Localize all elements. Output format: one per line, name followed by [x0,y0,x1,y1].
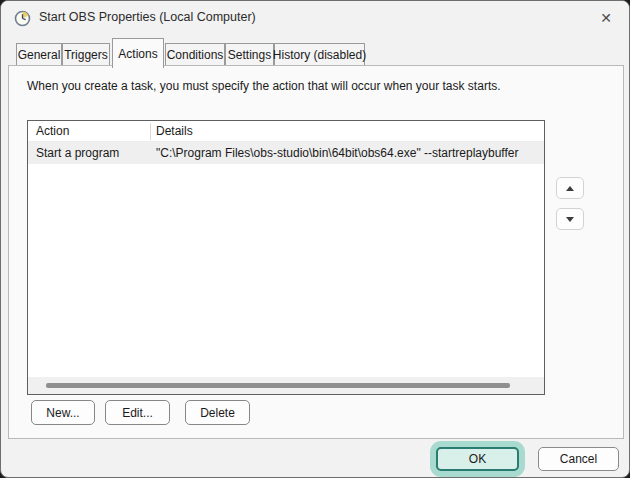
tab-label: Settings [228,48,271,62]
edit-button-label: Edit... [122,406,153,420]
cancel-button[interactable]: Cancel [538,447,619,471]
tab-label: General [18,48,61,62]
tab-label: Actions [118,47,157,61]
title-bar: Start OBS Properties (Local Computer) ✕ [1,1,629,37]
tab-general[interactable]: General [16,43,62,66]
task-properties-dialog: Start OBS Properties (Local Computer) ✕ … [0,0,630,478]
edit-button[interactable]: Edit... [105,400,170,425]
close-button[interactable]: ✕ [589,4,623,32]
column-divider[interactable] [150,123,151,140]
tab-label: History (disabled) [273,48,366,62]
horizontal-scrollbar[interactable] [28,377,544,394]
actions-tab-panel: When you create a task, you must specify… [8,65,624,439]
ok-button[interactable]: OK [436,447,519,471]
cancel-button-label: Cancel [560,452,597,466]
delete-button[interactable]: Delete [185,400,250,425]
tab-triggers[interactable]: Triggers [62,43,110,66]
cell-action: Start a program [36,146,119,160]
move-down-button[interactable] [556,208,584,230]
actions-list[interactable]: Action Details Start a program "C:\Progr… [27,120,545,395]
action-row-selected[interactable]: Start a program "C:\Program Files\obs-st… [28,142,544,164]
column-header-action[interactable]: Action [36,124,69,138]
task-scheduler-clock-icon [14,10,31,27]
scrollbar-thumb[interactable] [46,383,510,388]
delete-button-label: Delete [200,406,235,420]
tab-description-text: When you create a task, you must specify… [27,79,607,93]
tab-history[interactable]: History (disabled) [274,43,365,66]
tab-label: Conditions [167,48,224,62]
list-header: Action Details [28,121,544,142]
tab-conditions[interactable]: Conditions [165,43,225,66]
down-triangle-icon [566,217,574,222]
new-button[interactable]: New... [31,400,95,425]
column-header-details[interactable]: Details [156,124,193,138]
tab-actions[interactable]: Actions [112,38,164,68]
up-triangle-icon [566,186,574,191]
window-title: Start OBS Properties (Local Computer) [39,10,256,24]
tab-label: Triggers [64,48,108,62]
cell-details: "C:\Program Files\obs-studio\bin\64bit\o… [156,146,518,160]
tab-settings[interactable]: Settings [225,43,274,66]
move-up-button[interactable] [556,177,584,199]
close-icon: ✕ [600,10,612,26]
ok-button-label: OK [469,452,486,466]
new-button-label: New... [46,406,79,420]
